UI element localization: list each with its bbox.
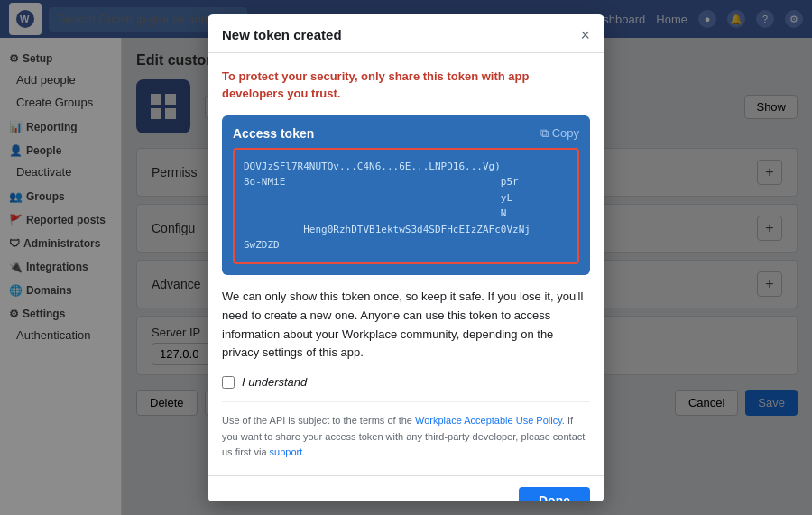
copy-token-button[interactable]: ⧉ Copy [540,126,579,141]
security-warning: To protect your security, only share thi… [222,68,590,103]
modal-header: New token created × [208,14,604,53]
modal-title: New token created [222,27,342,42]
token-line-6: SwZDZD [244,237,568,253]
understand-row: I understand [222,375,590,389]
footer-note-after: . [302,446,305,457]
modal-overlay: New token created × To protect your secu… [0,0,812,515]
modal-body: To protect your security, only share thi… [208,53,604,476]
modal-actions: Done [208,475,604,501]
copy-label: Copy [552,126,579,140]
token-box-header: Access token ⧉ Copy [233,126,579,141]
acceptable-use-policy-link[interactable]: Workplace Acceptable Use Policy [415,415,562,426]
safe-message: We can only show this token once, so kee… [222,288,590,363]
understand-checkbox[interactable] [222,376,235,389]
footer-note-before: Use of the API is subject to the terms o… [222,415,415,426]
token-line-5: Heng0RzhDTVB1ektwS3d4SDFHcEIzZAFc0VzNj [244,222,568,238]
token-line-2: 8o-NMiE p5r [244,174,568,190]
token-line-1: DQVJzSFl7R4NUTQv...C4N6...6E...LNPD16...… [244,159,568,175]
token-content-area: DQVJzSFl7R4NUTQv...C4N6...6E...LNPD16...… [233,148,579,265]
token-box: Access token ⧉ Copy DQVJzSFl7R4NUTQv...C… [222,115,590,276]
understand-label[interactable]: I understand [242,375,307,389]
token-line-4: N [244,206,568,222]
done-button[interactable]: Done [519,487,590,501]
modal-close-button[interactable]: × [580,27,590,43]
token-box-label: Access token [233,126,314,141]
new-token-modal: New token created × To protect your secu… [208,14,604,501]
token-line-3: yL [244,190,568,207]
modal-footer-note: Use of the API is subject to the terms o… [222,401,590,461]
support-link[interactable]: support [270,446,303,457]
copy-icon: ⧉ [540,126,549,141]
